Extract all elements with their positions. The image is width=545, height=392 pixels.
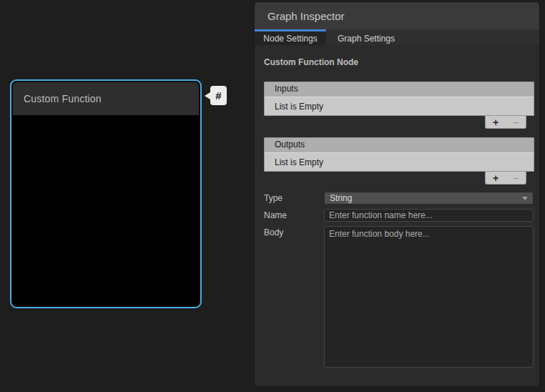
inspector-tabbar: Node Settings Graph Settings — [255, 29, 539, 45]
type-row: Type String — [264, 192, 534, 205]
graph-inspector-panel: Graph Inspector Node Settings Graph Sett… — [254, 1, 540, 387]
body-row: Body — [264, 226, 534, 368]
section-title: Custom Function Node — [264, 57, 534, 67]
tab-graph-settings[interactable]: Graph Settings — [326, 29, 406, 45]
inputs-list-footer: + − — [264, 116, 534, 129]
inputs-add-button[interactable]: + — [490, 117, 501, 127]
panel-title: Graph Inspector — [267, 10, 345, 22]
panel-title-bar[interactable]: Graph Inspector — [255, 2, 539, 29]
outputs-list-header: Outputs — [264, 137, 534, 152]
custom-function-node[interactable]: Custom Function — [10, 79, 202, 308]
outputs-remove-button[interactable]: − — [510, 173, 521, 183]
node-frame: Custom Function — [13, 82, 199, 305]
dropdown-arrow-icon — [522, 197, 528, 200]
inputs-list: Inputs List is Empty + − — [264, 82, 534, 129]
name-label: Name — [264, 210, 324, 220]
node-title: Custom Function — [24, 93, 102, 104]
inspector-content: Custom Function Node Inputs List is Empt… — [255, 45, 539, 386]
outputs-empty-row: List is Empty — [264, 152, 534, 172]
type-dropdown-value: String — [330, 193, 352, 203]
outputs-list-footer: + − — [264, 172, 534, 185]
body-label: Body — [264, 227, 324, 237]
node-body — [13, 115, 199, 305]
name-row: Name — [264, 209, 534, 222]
node-header[interactable]: Custom Function — [13, 82, 199, 115]
type-dropdown[interactable]: String — [324, 192, 534, 205]
function-properties: Type String Name Body — [264, 192, 534, 368]
inputs-empty-row: List is Empty — [264, 97, 534, 116]
outputs-add-button[interactable]: + — [490, 173, 501, 183]
type-label: Type — [264, 193, 324, 203]
function-body-textarea[interactable] — [324, 226, 534, 368]
function-name-input[interactable] — [324, 209, 534, 222]
inputs-remove-button[interactable]: − — [510, 117, 521, 127]
tab-node-settings[interactable]: Node Settings — [255, 29, 326, 45]
outputs-list: Outputs List is Empty + − — [264, 137, 534, 185]
inputs-list-header: Inputs — [264, 82, 534, 97]
badge-pointer-icon — [205, 92, 210, 99]
node-hash-badge[interactable]: # — [205, 86, 227, 105]
hash-icon[interactable]: # — [210, 86, 227, 105]
